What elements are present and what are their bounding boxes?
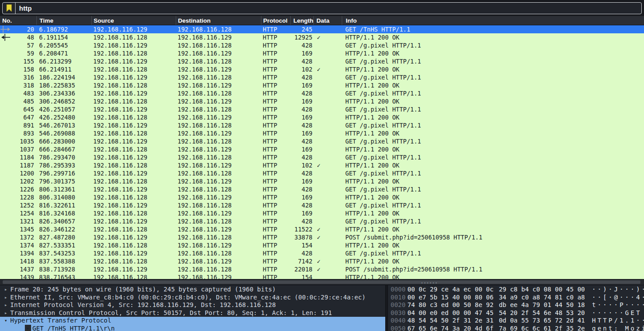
packet-no: 1226 bbox=[11, 185, 36, 193]
expander-collapsed-icon[interactable]: ▸ bbox=[25, 325, 31, 331]
packet-data-check: ✓ bbox=[313, 225, 342, 233]
packet-source: 192.168.116.129 bbox=[91, 105, 176, 113]
packet-row[interactable]: 57 6.205545 192.168.116.129 192.168.116.… bbox=[0, 41, 644, 49]
detail-line[interactable]: ▾ Hypertext Transfer Protocol bbox=[0, 317, 385, 325]
packet-length: 428 bbox=[290, 73, 313, 81]
expander-collapsed-icon[interactable]: ▸ bbox=[3, 301, 9, 309]
filter-bookmark-button[interactable] bbox=[3, 3, 16, 14]
detail-line[interactable]: ▸ Frame 20: 245 bytes on wire (1960 bits… bbox=[0, 286, 385, 294]
packet-row[interactable]: 20 6.186792 192.168.116.129 192.168.116.… bbox=[0, 25, 644, 33]
packet-protocol: HTTP bbox=[261, 129, 290, 137]
hex-row[interactable]: 0050 67 65 6e 74 3a 20 4d 6f 7a 69 6c 6c… bbox=[388, 325, 644, 331]
packet-list-hscrollbar[interactable]: •••••• bbox=[0, 279, 644, 285]
packet-row[interactable]: 1254 816.324168 192.168.116.128 192.168.… bbox=[0, 209, 644, 217]
detail-text: Internet Protocol Version 4, Src: 192.16… bbox=[10, 301, 276, 309]
packet-row[interactable]: 316 186.224194 192.168.116.129 192.168.1… bbox=[0, 73, 644, 81]
detail-line[interactable]: ▸ Ethernet II, Src: VMware_c8:b4:c0 (00:… bbox=[0, 294, 385, 302]
packet-row[interactable]: 59 6.208471 192.168.116.128 192.168.116.… bbox=[0, 49, 644, 57]
related-packet-gutter bbox=[0, 65, 11, 73]
column-header-time[interactable]: Time bbox=[36, 16, 91, 25]
packet-row[interactable]: 1035 666.283000 192.168.116.129 192.168.… bbox=[0, 137, 644, 145]
packet-protocol: HTTP bbox=[261, 89, 290, 97]
packet-row[interactable]: 1037 666.284667 192.168.116.128 192.168.… bbox=[0, 145, 644, 153]
packet-row[interactable]: 1345 826.346122 192.168.116.128 192.168.… bbox=[0, 225, 644, 233]
packet-time: 786.295393 bbox=[36, 161, 91, 169]
packet-source: 192.168.116.128 bbox=[91, 273, 176, 279]
packet-row[interactable]: 1202 796.301375 192.168.116.128 192.168.… bbox=[0, 177, 644, 185]
column-header-destination[interactable]: Destination bbox=[176, 16, 261, 25]
packet-row[interactable]: 1374 827.533351 192.168.116.128 192.168.… bbox=[0, 241, 644, 249]
column-header-no[interactable]: No. bbox=[0, 16, 36, 25]
packet-row[interactable]: 158 66.214911 192.168.116.128 192.168.11… bbox=[0, 65, 644, 73]
hex-row[interactable]: 0030 04 00 e0 ed 00 00 47 45 54 20 2f 54… bbox=[388, 309, 644, 317]
packet-row[interactable]: 48 6.191154 192.168.116.128 192.168.116.… bbox=[0, 33, 644, 41]
expander-collapsed-icon[interactable]: ▸ bbox=[3, 309, 9, 317]
packet-row[interactable]: 1439 838.716543 192.168.116.128 192.168.… bbox=[0, 273, 644, 279]
packet-row[interactable]: 485 306.246852 192.168.116.128 192.168.1… bbox=[0, 97, 644, 105]
packet-time: 426.251057 bbox=[36, 105, 91, 113]
detail-text: Frame 20: 245 bytes on wire (1960 bits),… bbox=[10, 286, 276, 293]
packet-row[interactable]: 1418 837.558388 192.168.116.128 192.168.… bbox=[0, 257, 644, 265]
packet-time: 827.487280 bbox=[36, 233, 91, 241]
packet-row[interactable]: 893 546.269088 192.168.116.128 192.168.1… bbox=[0, 129, 644, 137]
packet-no: 1345 bbox=[11, 225, 36, 233]
packet-source: 192.168.116.129 bbox=[91, 201, 176, 209]
column-header-protocol[interactable]: Protocol bbox=[261, 16, 290, 25]
column-header-source[interactable]: Source bbox=[91, 16, 176, 25]
packet-row[interactable]: 1228 806.314080 192.168.116.128 192.168.… bbox=[0, 193, 644, 201]
packet-row[interactable]: 647 426.252480 192.168.116.128 192.168.1… bbox=[0, 113, 644, 121]
packet-row[interactable]: 645 426.251057 192.168.116.129 192.168.1… bbox=[0, 105, 644, 113]
packet-source: 192.168.116.128 bbox=[91, 49, 176, 57]
packet-data-check: ✓ bbox=[313, 161, 342, 169]
packet-data-check bbox=[313, 49, 342, 57]
packet-row[interactable]: 1437 838.713928 192.168.116.129 192.168.… bbox=[0, 265, 644, 273]
packet-row[interactable]: 1372 827.487280 192.168.116.129 192.168.… bbox=[0, 233, 644, 241]
packet-row[interactable]: 891 546.267013 192.168.116.129 192.168.1… bbox=[0, 121, 644, 129]
packet-row[interactable]: 1226 806.312361 192.168.116.129 192.168.… bbox=[0, 185, 644, 193]
column-header-data[interactable]: Data bbox=[313, 16, 342, 25]
packet-row[interactable]: 483 306.234336 192.168.116.129 192.168.1… bbox=[0, 89, 644, 97]
expander-collapsed-icon[interactable]: ▸ bbox=[3, 286, 9, 293]
packet-length: 169 bbox=[290, 177, 313, 185]
detail-line[interactable]: ▸ Transmission Control Protocol, Src Por… bbox=[0, 309, 385, 317]
packet-row[interactable]: 1200 796.299716 192.168.116.129 192.168.… bbox=[0, 169, 644, 177]
packet-data-check bbox=[313, 121, 342, 129]
packet-source: 192.168.116.129 bbox=[91, 121, 176, 129]
packet-time: 786.293470 bbox=[36, 153, 91, 161]
packet-info: HTTP/1.1 200 OK bbox=[342, 193, 644, 201]
detail-line[interactable]: ▸ Internet Protocol Version 4, Src: 192.… bbox=[0, 301, 385, 309]
packet-destination: 192.168.116.128 bbox=[176, 73, 261, 81]
hscrollbar-thumb[interactable] bbox=[3, 280, 640, 284]
packet-row[interactable]: 1321 826.340657 192.168.116.129 192.168.… bbox=[0, 217, 644, 225]
packet-length: 154 bbox=[290, 273, 313, 279]
hex-row[interactable]: 0020 74 80 c3 ed 00 50 8e 92 db ee 4a 79… bbox=[388, 301, 644, 309]
hex-row[interactable]: 0040 48 54 54 50 2f 31 2e 31 0d 0a 55 73… bbox=[388, 317, 644, 325]
splitter-grip-icon[interactable]: •••••• bbox=[421, 282, 438, 284]
packet-data-check bbox=[313, 217, 342, 225]
hex-row[interactable]: 0000 00 0c 29 ce 4a ec 00 0c 29 c8 b4 c0… bbox=[388, 286, 644, 294]
packet-row[interactable]: 1187 786.295393 192.168.116.128 192.168.… bbox=[0, 161, 644, 169]
packet-protocol: HTTP bbox=[261, 49, 290, 57]
packet-protocol: HTTP bbox=[261, 217, 290, 225]
packet-row[interactable]: 318 186.225835 192.168.116.128 192.168.1… bbox=[0, 81, 644, 89]
packet-row[interactable]: 155 66.213299 192.168.116.129 192.168.11… bbox=[0, 57, 644, 65]
packet-length: 169 bbox=[290, 209, 313, 217]
packet-source: 192.168.116.129 bbox=[91, 57, 176, 65]
expander-collapsed-icon[interactable]: ▸ bbox=[3, 294, 9, 301]
packet-row[interactable]: 1184 786.293470 192.168.116.129 192.168.… bbox=[0, 153, 644, 161]
expander-expanded-icon[interactable]: ▾ bbox=[3, 317, 9, 324]
packet-data-check bbox=[313, 113, 342, 121]
detail-line[interactable]: ▸ GET /TnHS HTTP/1.1\r\n bbox=[0, 325, 385, 331]
packet-length: 428 bbox=[290, 89, 313, 97]
packet-destination: 192.168.116.128 bbox=[176, 25, 261, 33]
packet-time: 546.269088 bbox=[36, 129, 91, 137]
packet-length: 428 bbox=[290, 121, 313, 129]
packet-row[interactable]: 1252 816.322611 192.168.116.129 192.168.… bbox=[0, 201, 644, 209]
packet-row[interactable]: 1394 837.543253 192.168.116.129 192.168.… bbox=[0, 249, 644, 257]
packet-source: 192.168.116.128 bbox=[91, 129, 176, 137]
hex-row[interactable]: 0010 00 e7 5b 15 40 00 80 06 34 a9 c0 a8… bbox=[388, 294, 644, 302]
column-header-length[interactable]: Length bbox=[290, 16, 313, 25]
filter-input[interactable]: http bbox=[2, 2, 642, 14]
packet-info: HTTP/1.1 200 OK bbox=[342, 225, 644, 233]
column-header-info[interactable]: Info bbox=[342, 16, 644, 25]
